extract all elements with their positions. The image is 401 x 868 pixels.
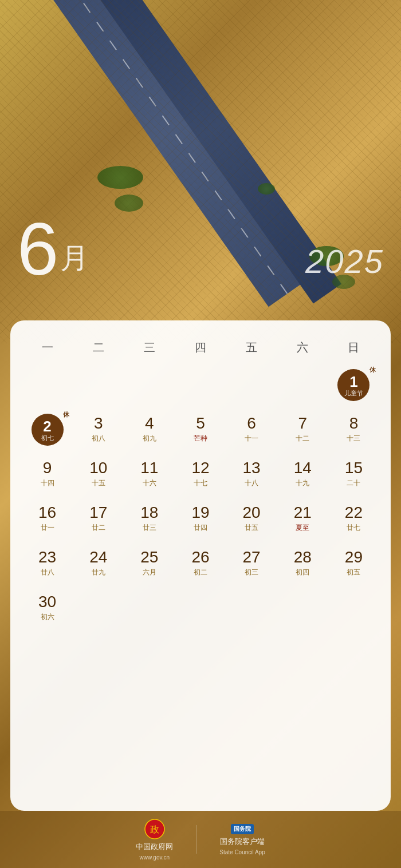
state-council-sub: State Council App (219, 849, 265, 855)
cal-cell-day-12: 12 十七 (175, 453, 226, 497)
cal-cell-empty-r6-4 (175, 586, 226, 631)
cal-cell-empty-r6-2 (73, 586, 124, 631)
state-council-name: 国务院客户端 (220, 837, 265, 847)
cal-cell-empty-r6-3 (124, 586, 175, 631)
cal-cell-day-23: 23 廿八 (22, 542, 73, 586)
cal-cell-empty-4 (175, 363, 226, 408)
vegetation-2 (115, 195, 143, 212)
cal-cell-day-2: 休 2 初七 (22, 408, 73, 453)
cal-cell-empty-r6-7 (328, 586, 379, 631)
year-label: 2025 (305, 242, 384, 280)
gov-emblem-icon: 政 (144, 819, 165, 839)
cal-cell-empty-6 (277, 363, 328, 408)
cal-cell-day-19: 19 廿四 (175, 497, 226, 542)
cal-cell-day-29: 29 初五 (328, 542, 379, 586)
cal-cell-day-26: 26 初二 (175, 542, 226, 586)
field-texture (0, 0, 401, 343)
day-circle-1: 1 儿童节 (337, 369, 369, 401)
state-council-badge: 国务院 (231, 824, 254, 834)
logo-state-council-app[interactable]: 国务院 国务院客户端 State Council App (219, 824, 265, 855)
cal-cell-empty-r6-6 (277, 586, 328, 631)
cal-cell-empty-r6-5 (226, 586, 277, 631)
cal-cell-day-30: 30 初六 (22, 586, 73, 631)
cal-cell-empty-3 (124, 363, 175, 408)
gov-cn-name: 中国政府网 (136, 842, 173, 852)
cal-cell-day-3: 3 初八 (73, 408, 124, 453)
month-header: 6 月 2025 (17, 212, 384, 286)
cal-cell-day-5: 5 芒种 (175, 408, 226, 453)
weekday-row: 一 二 三 四 五 六 日 (22, 336, 379, 359)
cal-cell-day-27: 27 初三 (226, 542, 277, 586)
weekday-mon: 一 (22, 336, 73, 359)
cal-cell-empty-2 (73, 363, 124, 408)
holiday-badge-1: 休 (369, 366, 376, 374)
weekday-tue: 二 (73, 336, 124, 359)
vegetation-1 (97, 166, 143, 189)
footer: 政 中国政府网 www.gov.cn 国务院 国务院客户端 State Coun… (0, 811, 401, 868)
cal-cell-day-21: 21 夏至 (277, 497, 328, 542)
cal-cell-day-9: 9 十四 (22, 453, 73, 497)
weekday-thu: 四 (175, 336, 226, 359)
cal-cell-day-7: 7 十二 (277, 408, 328, 453)
cal-cell-day-1: 休 1 儿童节 (328, 363, 379, 408)
cal-cell-empty-5 (226, 363, 277, 408)
cal-cell-day-15: 15 二十 (328, 453, 379, 497)
weekday-sat: 六 (277, 336, 328, 359)
logo-gov-cn[interactable]: 政 中国政府网 www.gov.cn (136, 819, 173, 861)
cal-cell-day-13: 13 十八 (226, 453, 277, 497)
cal-cell-day-17: 17 廿二 (73, 497, 124, 542)
calendar-grid: 休 1 儿童节 休 2 初七 3 初八 4 初九 (22, 363, 379, 631)
weekday-fri: 五 (226, 336, 277, 359)
cal-cell-day-6: 6 十一 (226, 408, 277, 453)
cal-cell-day-11: 11 十六 (124, 453, 175, 497)
day-circle-2: 2 初七 (32, 414, 64, 446)
cal-cell-day-20: 20 廿五 (226, 497, 277, 542)
gov-cn-url: www.gov.cn (139, 854, 170, 861)
holiday-badge-2: 休 (63, 410, 69, 419)
month-char: 月 (60, 239, 89, 278)
weekday-sun: 日 (328, 336, 379, 359)
cal-cell-day-10: 10 十五 (73, 453, 124, 497)
cal-cell-day-24: 24 廿九 (73, 542, 124, 586)
cal-cell-day-28: 28 初四 (277, 542, 328, 586)
calendar-card: 一 二 三 四 五 六 日 休 1 儿童节 休 2 初七 (10, 320, 391, 811)
month-number: 6 (17, 212, 57, 286)
cal-cell-empty-1 (22, 363, 73, 408)
cal-cell-day-4: 4 初九 (124, 408, 175, 453)
vegetation-5 (258, 183, 275, 195)
cal-cell-day-14: 14 十九 (277, 453, 328, 497)
cal-cell-day-16: 16 廿一 (22, 497, 73, 542)
weekday-wed: 三 (124, 336, 175, 359)
footer-divider (196, 825, 196, 854)
cal-cell-day-22: 22 廿七 (328, 497, 379, 542)
cal-cell-day-25: 25 六月 (124, 542, 175, 586)
svg-text:政: 政 (150, 825, 159, 834)
cal-cell-day-18: 18 廿三 (124, 497, 175, 542)
cal-cell-day-8: 8 十三 (328, 408, 379, 453)
